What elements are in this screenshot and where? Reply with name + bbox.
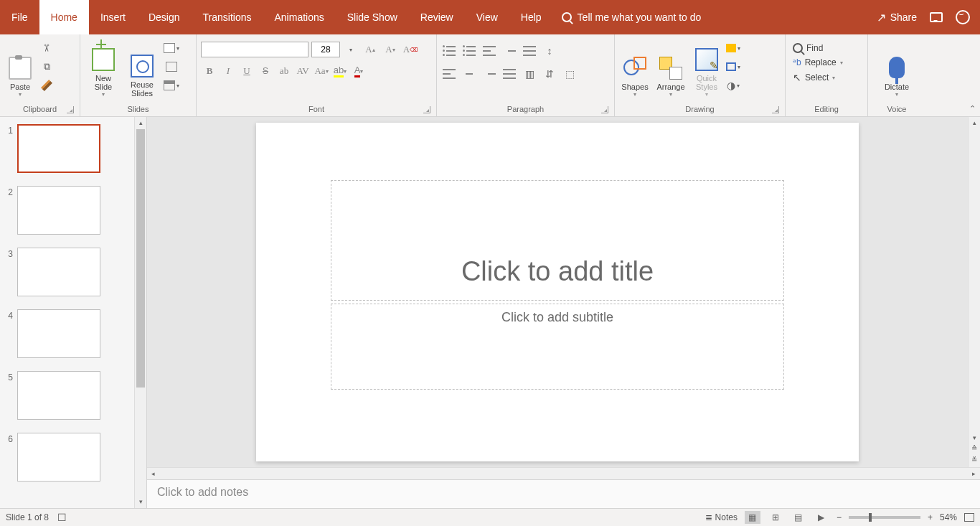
hscroll-right-button[interactable]: ▸ — [968, 468, 980, 479]
arrange-button[interactable]: Arrange ▾ — [652, 37, 689, 99]
next-slide-button[interactable]: ≚ — [969, 456, 980, 467]
font-color-button[interactable]: A▾ — [350, 63, 367, 79]
slide-sorter-view-button[interactable]: ⊞ — [768, 511, 783, 524]
slide-canvas[interactable]: Click to add title Click to add subtitle — [256, 123, 859, 461]
zoom-percentage[interactable]: 54% — [940, 512, 957, 522]
shape-fill-button[interactable] — [725, 40, 741, 56]
italic-button[interactable]: I — [220, 63, 237, 79]
strikethrough-button[interactable]: S — [257, 63, 274, 79]
line-spacing-button[interactable] — [522, 43, 537, 59]
thumbnail-slide[interactable] — [17, 433, 100, 482]
normal-view-button[interactable]: ▦ — [745, 511, 760, 524]
scroll-down-button[interactable]: ▾ — [135, 496, 146, 508]
vscroll-up-button[interactable]: ▴ — [969, 117, 980, 129]
text-direction-button[interactable]: ↕ — [542, 43, 557, 59]
spell-check-icon[interactable]: ☐ — [57, 512, 67, 523]
thumbnail-slide[interactable] — [17, 371, 100, 420]
hscroll-left-button[interactable]: ◂ — [147, 468, 159, 479]
tab-home[interactable]: Home — [39, 0, 89, 34]
collapse-ribbon-button[interactable]: ⌃ — [969, 104, 976, 113]
tell-me-search[interactable]: Tell me what you want to do — [553, 0, 710, 34]
paragraph-launcher[interactable] — [601, 106, 608, 113]
share-button[interactable]: ↗ Share — [877, 11, 917, 24]
columns-button[interactable]: ▥ — [522, 66, 537, 82]
new-slide-button[interactable]: New Slide ▾ — [85, 37, 122, 99]
reset-button[interactable] — [164, 59, 179, 75]
align-left-button[interactable] — [441, 66, 457, 82]
tab-animations[interactable]: Animations — [263, 0, 335, 34]
align-text-button[interactable]: ⇵ — [542, 66, 557, 82]
thumbnail-slide[interactable] — [17, 248, 100, 296]
copy-button[interactable]: ⧉ — [39, 59, 55, 75]
shapes-button[interactable]: Shapes ▾ — [619, 37, 651, 99]
layout-button[interactable] — [164, 40, 179, 56]
canvas-horizontal-scrollbar[interactable]: ◂ ▸ — [147, 467, 980, 479]
font-size-dropdown[interactable]: ▾ — [343, 42, 359, 57]
section-button[interactable] — [164, 78, 179, 93]
font-name-input[interactable] — [201, 42, 308, 57]
reuse-slides-button[interactable]: Reuse Slides — [123, 37, 161, 99]
slideshow-view-button[interactable]: ▶ — [814, 511, 829, 524]
title-placeholder[interactable]: Click to add title — [331, 180, 784, 301]
scroll-up-button[interactable]: ▴ — [135, 117, 146, 129]
tab-design[interactable]: Design — [137, 0, 192, 34]
reading-view-button[interactable]: ▤ — [791, 511, 806, 524]
thumbnail-number: 6 — [3, 433, 13, 444]
shape-effects-button[interactable]: ◑ — [725, 78, 741, 93]
dictate-button[interactable]: Dictate ▾ — [881, 37, 913, 99]
increase-indent-button[interactable] — [501, 43, 517, 59]
thumbnail-slide[interactable] — [17, 186, 100, 235]
format-painter-button[interactable] — [39, 78, 55, 93]
thumbnails-scrollbar[interactable]: ▴ ▾ — [134, 117, 146, 508]
thumbnail-slide[interactable] — [17, 309, 100, 358]
notes-toggle[interactable]: ≣Notes — [705, 512, 738, 522]
thumbnail-slide[interactable] — [17, 124, 100, 173]
numbering-button[interactable] — [461, 43, 477, 59]
scroll-handle[interactable] — [136, 129, 145, 388]
decrease-indent-button[interactable] — [481, 43, 497, 59]
bold-button[interactable]: B — [201, 63, 218, 79]
tab-view[interactable]: View — [465, 0, 509, 34]
increase-font-button[interactable]: A▴ — [362, 42, 379, 57]
character-spacing-button[interactable]: AV — [294, 63, 311, 79]
subtitle-placeholder[interactable]: Click to add subtitle — [331, 304, 784, 390]
account-smiley-icon[interactable] — [956, 10, 970, 24]
find-button[interactable]: Find — [790, 42, 826, 55]
clear-formatting-button[interactable]: A⌫ — [402, 42, 419, 57]
font-highlight-button[interactable]: ab▾ — [331, 63, 349, 79]
zoom-out-button[interactable]: − — [837, 512, 842, 522]
text-shadow-button[interactable]: ab — [275, 63, 293, 79]
tab-transitions[interactable]: Transitions — [192, 0, 263, 34]
font-launcher[interactable] — [423, 106, 430, 113]
underline-button[interactable]: U — [238, 63, 255, 79]
quick-styles-button[interactable]: Quick Styles ▾ — [691, 37, 722, 99]
vscroll-down-button[interactable]: ▾ — [969, 432, 980, 444]
align-center-button[interactable] — [461, 66, 477, 82]
replace-button[interactable]: ᵃbReplace▾ — [790, 56, 846, 69]
decrease-font-button[interactable]: A▾ — [382, 42, 399, 57]
tab-help[interactable]: Help — [509, 0, 553, 34]
tab-review[interactable]: Review — [409, 0, 465, 34]
justify-button[interactable] — [501, 66, 517, 82]
zoom-slider[interactable] — [849, 516, 920, 519]
font-size-input[interactable] — [311, 42, 340, 57]
canvas-vertical-scrollbar[interactable]: ▴ ▾ ≙ ≚ — [968, 117, 980, 467]
cut-button[interactable]: ✂ — [39, 40, 55, 56]
smartart-button[interactable]: ⬚ — [562, 66, 578, 82]
paste-button[interactable]: Paste ▾ — [4, 37, 36, 99]
clipboard-launcher[interactable] — [67, 106, 74, 113]
shape-outline-button[interactable] — [725, 59, 741, 75]
zoom-in-button[interactable]: + — [928, 512, 933, 522]
select-button[interactable]: ↖Select▾ — [790, 70, 838, 85]
comments-icon[interactable] — [930, 12, 943, 22]
bullets-button[interactable] — [441, 43, 457, 59]
tab-file[interactable]: File — [0, 0, 39, 34]
drawing-launcher[interactable] — [772, 106, 779, 113]
tab-insert[interactable]: Insert — [89, 0, 137, 34]
change-case-button[interactable]: Aa▾ — [313, 63, 330, 79]
notes-pane[interactable]: Click to add notes — [147, 479, 980, 508]
align-right-button[interactable] — [481, 66, 497, 82]
tab-slideshow[interactable]: Slide Show — [336, 0, 409, 34]
fit-to-window-button[interactable] — [964, 513, 974, 522]
prev-slide-button[interactable]: ≙ — [969, 444, 980, 456]
